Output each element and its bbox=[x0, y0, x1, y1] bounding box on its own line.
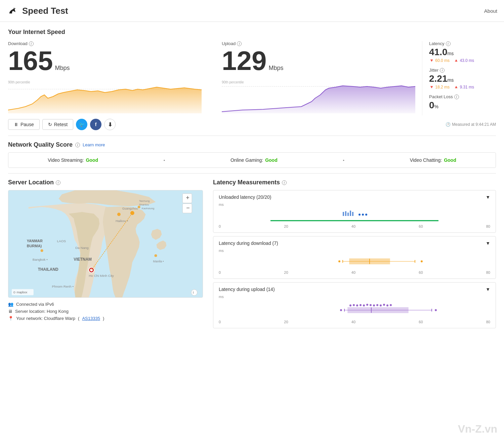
svg-point-71 bbox=[435, 309, 437, 311]
upload-chart: 90th percentile bbox=[222, 80, 415, 113]
network-row: 📍 Your network: Cloudflare Warp (AS13335… bbox=[8, 316, 203, 321]
server-location-section: Server Location i bbox=[8, 179, 203, 332]
network-icon: 📍 bbox=[8, 316, 13, 321]
server-location-title: Server Location bbox=[8, 179, 54, 186]
upload-panel: Upload i 129 Mbps 90th percentile bbox=[208, 41, 422, 115]
internet-speed-title: Your Internet Speed bbox=[8, 29, 496, 36]
twitter-button[interactable]: 🐦 bbox=[76, 119, 87, 130]
upload-value: 129 bbox=[222, 47, 266, 74]
bottom-section: Server Location i bbox=[8, 179, 496, 332]
packet-loss-info-icon[interactable]: i bbox=[454, 95, 459, 99]
server-icon: 🖥 bbox=[8, 309, 12, 314]
svg-point-7 bbox=[154, 254, 157, 257]
svg-text:Phnom Renh •: Phnom Renh • bbox=[52, 285, 74, 288]
svg-point-60 bbox=[360, 304, 362, 306]
map-container[interactable]: YANMAR BURMA) THAILAND Bangkok • Phnom R… bbox=[8, 190, 203, 298]
latency-block: Latency i 41.0ms 🔻 60.0 ms 🔺 43.0 ms bbox=[429, 41, 496, 63]
upload-speed-display: 129 Mbps bbox=[222, 47, 415, 74]
upload-label: Upload i bbox=[222, 41, 415, 46]
unloaded-axis: 0 20 40 60 80 bbox=[219, 224, 490, 228]
svg-point-68 bbox=[386, 304, 388, 306]
connected-row: 👥 Connected via IPv6 bbox=[8, 302, 203, 307]
svg-text:Ho Chi Minh City: Ho Chi Minh City bbox=[89, 274, 114, 278]
packet-loss-block: Packet Loss i 0% bbox=[429, 94, 496, 111]
latency-info-icon[interactable]: i bbox=[446, 41, 451, 46]
speedtest-icon bbox=[7, 5, 19, 17]
download-axis: 0 20 40 60 80 bbox=[219, 270, 490, 274]
download-latency-panel: Latency during download (7) ▼ ms bbox=[213, 236, 496, 279]
download-button[interactable]: ⬇ bbox=[104, 119, 116, 130]
dot-1: ● bbox=[164, 159, 165, 162]
video-chatting-quality: Video Chatting: Good bbox=[410, 157, 456, 163]
server-location-info-icon[interactable]: i bbox=[56, 180, 60, 185]
app-header: Speed Test About bbox=[0, 0, 504, 22]
jitter-display: 2.21ms bbox=[429, 73, 496, 84]
jitter-block: Jitter i 2.21ms 🔻 18.2 ms 🔺 9.31 ms bbox=[429, 68, 496, 89]
upload-info-icon[interactable]: i bbox=[237, 41, 242, 46]
nqs-info-icon[interactable]: i bbox=[75, 143, 80, 147]
clock-icon: 🕐 bbox=[446, 122, 451, 127]
unloaded-collapse-icon[interactable]: ▼ bbox=[486, 194, 490, 200]
svg-rect-37 bbox=[347, 213, 349, 216]
pause-button[interactable]: ⏸ Pause bbox=[8, 119, 40, 130]
jitter-sub: 🔻 18.2 ms 🔺 9.31 ms bbox=[429, 85, 496, 89]
as-link[interactable]: AS13335 bbox=[82, 316, 100, 321]
metrics-panel: Latency i 41.0ms 🔻 60.0 ms 🔺 43.0 ms Jit… bbox=[422, 41, 496, 115]
nqs-title: Network Quality Score bbox=[8, 141, 73, 148]
main-content: Your Internet Speed Download i 165 Mbps … bbox=[0, 22, 504, 338]
map-info: 👥 Connected via IPv6 🖥 Server location: … bbox=[8, 302, 203, 321]
svg-point-33 bbox=[191, 290, 197, 296]
video-streaming-value: Good bbox=[86, 157, 98, 163]
svg-point-67 bbox=[383, 304, 385, 306]
speed-section: Download i 165 Mbps 90th percentile bbox=[8, 41, 496, 115]
latency-measurements-header: Latency Measurements i bbox=[213, 179, 496, 186]
upload-latency-title: Latency during upload (14) bbox=[219, 287, 275, 292]
svg-point-6 bbox=[41, 249, 43, 252]
upload-latency-header: Latency during upload (14) ▼ bbox=[219, 287, 490, 292]
measured-time: 🕐 Measured at 9:44:21 AM bbox=[446, 122, 496, 127]
unloaded-latency-header: Unloaded latency (20/20) ▼ bbox=[219, 194, 490, 200]
app-title: Speed Test bbox=[22, 6, 68, 16]
svg-text:Kaohsiung: Kaohsiung bbox=[142, 207, 155, 210]
latency-measurements-info-icon[interactable]: i bbox=[282, 180, 287, 185]
retest-button[interactable]: ↻ Retest bbox=[42, 119, 73, 130]
svg-point-62 bbox=[366, 304, 368, 306]
online-gaming-quality: Online Gaming: Good bbox=[230, 157, 278, 163]
svg-text:VIETNAM: VIETNAM bbox=[74, 257, 92, 262]
download-label: Download i bbox=[8, 41, 202, 46]
svg-text:−: − bbox=[186, 205, 190, 211]
svg-point-66 bbox=[380, 304, 382, 306]
about-link[interactable]: About bbox=[484, 8, 497, 14]
svg-point-57 bbox=[349, 304, 351, 306]
video-streaming-quality: Video Streaming: Good bbox=[48, 157, 98, 163]
learn-more-link[interactable]: Learn more bbox=[83, 142, 105, 147]
download-latency-title: Latency during download (7) bbox=[219, 241, 278, 246]
pause-icon: ⏸ bbox=[14, 122, 18, 127]
svg-rect-36 bbox=[345, 211, 346, 216]
svg-text:YANMAR: YANMAR bbox=[27, 239, 43, 243]
svg-text:LAOS: LAOS bbox=[57, 239, 66, 243]
download-panel: Download i 165 Mbps 90th percentile bbox=[8, 41, 208, 115]
download-latency-chart bbox=[219, 255, 490, 269]
unloaded-latency-chart bbox=[219, 209, 490, 223]
svg-point-40 bbox=[359, 214, 361, 216]
svg-point-42 bbox=[365, 214, 367, 216]
download-value: 165 bbox=[8, 47, 53, 74]
server-row: 🖥 Server location: Hong Kong bbox=[8, 309, 203, 314]
facebook-icon: f bbox=[95, 122, 97, 127]
upload-unit: Mbps bbox=[268, 65, 283, 71]
svg-point-64 bbox=[373, 304, 375, 306]
download-unit: Mbps bbox=[55, 65, 70, 71]
facebook-button[interactable]: f bbox=[90, 119, 101, 130]
ipv6-icon: 👥 bbox=[8, 302, 13, 307]
download-info-icon[interactable]: i bbox=[29, 41, 34, 46]
jitter-info-icon[interactable]: i bbox=[440, 68, 445, 73]
download-chart: 90th percentile bbox=[8, 80, 202, 113]
upload-latency-collapse-icon[interactable]: ▼ bbox=[486, 287, 490, 292]
svg-text:Manila •: Manila • bbox=[153, 260, 164, 263]
unloaded-ms-label: ms bbox=[219, 202, 490, 207]
download-latency-collapse-icon[interactable]: ▼ bbox=[486, 241, 490, 246]
svg-point-51 bbox=[338, 260, 340, 262]
svg-point-69 bbox=[390, 304, 392, 306]
unloaded-latency-panel: Unloaded latency (20/20) ▼ ms bbox=[213, 190, 496, 233]
